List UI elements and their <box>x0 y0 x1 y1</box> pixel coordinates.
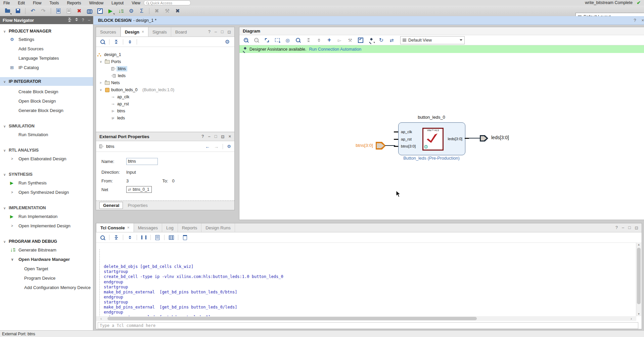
menu-item[interactable]: View <box>132 1 140 5</box>
tab-design[interactable]: Design × <box>121 27 148 37</box>
zoom-to-selection-icon[interactable] <box>273 37 281 44</box>
open-project-icon[interactable] <box>3 7 11 15</box>
scroll-down-icon[interactable]: ▼ <box>636 313 641 316</box>
nav-item-open-hardware-manager[interactable]: ∨ Open Hardware Manager <box>0 256 93 263</box>
pin-icon[interactable] <box>367 37 375 44</box>
scroll-right-icon[interactable]: › <box>626 317 636 321</box>
nav-item-language-templates[interactable]: Language Templates <box>0 54 93 62</box>
report-sigma-icon[interactable]: Σ <box>138 7 146 15</box>
expand-all-icon[interactable] <box>126 39 134 45</box>
nav-item-open-elaborated-design[interactable]: > Open Elaborated Design <box>0 155 93 162</box>
float-icon[interactable]: ⊡ <box>635 225 638 230</box>
diagram-canvas[interactable]: button_leds_0 ap_clk ap_rst btns[3:0] le… <box>239 53 644 220</box>
validate-design-icon[interactable] <box>357 37 364 44</box>
nav-item-run-implementation[interactable]: ▶ Run Implementation <box>0 213 93 220</box>
menu-item[interactable]: Tools <box>49 1 59 5</box>
nav-item-open-synthesized-design[interactable]: > Open Synthesized Design <box>0 188 93 196</box>
tab-reports[interactable]: Reports <box>178 223 202 232</box>
close-icon[interactable]: × <box>229 134 231 139</box>
menu-item[interactable]: Edit <box>18 1 25 5</box>
validate-icon[interactable] <box>96 7 104 15</box>
wire-btns[interactable] <box>385 145 395 146</box>
search-icon[interactable] <box>99 39 106 45</box>
net-chip[interactable]: ⇄ btns_0_1 <box>126 186 152 193</box>
nav-section-simulation[interactable]: ∨ SIMULATION <box>0 122 93 130</box>
minimize-icon[interactable]: – <box>622 225 624 230</box>
menu-item[interactable]: Reports <box>67 1 81 5</box>
nav-item-open-implemented-design[interactable]: > Open Implemented Design <box>0 222 93 229</box>
float-icon[interactable]: ⊡ <box>221 134 224 139</box>
float-icon[interactable]: ⊡ <box>228 30 231 35</box>
external-input-port-connector[interactable] <box>376 142 386 150</box>
help-icon[interactable]: ? <box>634 18 636 23</box>
zoom-in-icon[interactable]: + <box>242 37 250 44</box>
tab-properties[interactable]: Properties <box>128 203 147 208</box>
block-pin-btns[interactable]: btns[3:0] <box>401 144 416 148</box>
collapse-all-icon[interactable] <box>112 39 120 45</box>
menu-item[interactable]: File <box>3 1 10 5</box>
nav-section-synthesis[interactable]: ∨ SYNTHESIS <box>0 171 93 178</box>
nav-item-create-block-design[interactable]: Create Block Design <box>0 88 93 95</box>
pause-output-icon[interactable] <box>140 234 147 241</box>
collapse-all-icon[interactable] <box>112 234 120 241</box>
scrollbar-thumb[interactable] <box>637 248 641 304</box>
nav-item-generate-block-design[interactable]: Generate Block Design <box>0 107 93 114</box>
nav-section-rtl-analysis[interactable]: ∨ RTL ANALYSIS <box>0 147 93 154</box>
external-output-port-connector[interactable] <box>480 135 488 142</box>
forward-arrow-icon[interactable]: → <box>214 144 219 149</box>
expand-all-icon[interactable] <box>126 234 134 241</box>
external-input-port-label[interactable]: btns[3:0] <box>350 143 373 148</box>
help-icon[interactable]: ? <box>208 30 211 35</box>
generate-bitstream-icon[interactable]: ↓0110 <box>117 7 125 15</box>
menu-item[interactable]: Window <box>89 1 103 5</box>
tree-row-cell-button-leds[interactable]: ∨ button_leds_0 (Button_leds:1.0) <box>96 87 234 93</box>
minimize-icon[interactable]: – <box>88 18 90 22</box>
tree-row-pin-ap-clk[interactable]: ⊸ ap_clk <box>96 94 234 100</box>
nav-item-add-sources[interactable]: Add Sources <box>0 45 93 52</box>
search-icon[interactable] <box>294 37 302 44</box>
tree-row-ports-folder[interactable]: ∨ Ports <box>96 58 234 65</box>
paste-icon[interactable] <box>65 7 73 15</box>
nav-item-settings[interactable]: ⚙ Settings <box>0 36 93 43</box>
nav-section-implementation[interactable]: ∨ IMPLEMENTATION <box>0 204 93 212</box>
tab-general[interactable]: General <box>99 202 123 209</box>
copy-icon[interactable] <box>54 7 62 15</box>
undo-icon[interactable]: ↶ <box>29 7 37 15</box>
search-icon[interactable] <box>99 234 106 241</box>
block-pin-ap-clk[interactable]: ap_clk <box>401 130 412 134</box>
tree-row-pin-leds[interactable]: ⊯ leds <box>96 115 234 121</box>
console-horizontal-scrollbar[interactable]: ‹ › <box>96 316 636 321</box>
interface-connections-icon[interactable]: ⇄ <box>388 37 396 44</box>
tree-row-port-btns[interactable]: btns <box>96 65 234 72</box>
menu-item[interactable]: Flow <box>33 1 41 5</box>
close-icon[interactable]: × <box>127 225 130 230</box>
clear-console-trash-icon[interactable] <box>181 234 189 241</box>
maximize-icon[interactable]: □ <box>215 134 217 139</box>
queue-icon[interactable] <box>168 234 175 241</box>
settings-gear-icon[interactable]: ⚙ <box>227 144 231 149</box>
settings-gear-icon[interactable]: ⚙ <box>224 39 231 45</box>
regenerate-layout-icon[interactable]: ↻ <box>377 37 385 44</box>
settings-gear-icon[interactable]: ⚙ <box>127 7 135 15</box>
close-icon[interactable]: × <box>641 18 644 23</box>
tab-messages[interactable]: Messages <box>134 223 162 232</box>
maximize-icon[interactable]: □ <box>221 30 224 35</box>
nav-section-ip-integrator[interactable]: ∨ IP INTEGRATOR <box>0 77 93 86</box>
scroll-up-icon[interactable]: ▲ <box>636 243 641 246</box>
nav-item-generate-bitstream[interactable]: ↓0110 Generate Bitstream <box>0 246 93 254</box>
name-input[interactable] <box>126 158 158 165</box>
tree-row-port-leds[interactable]: leds <box>96 72 234 79</box>
console-vertical-scrollbar[interactable]: ▲ ▼ <box>636 242 641 316</box>
tree-row-pin-btns[interactable]: ⊫ btns <box>96 108 234 114</box>
help-icon[interactable]: ? <box>201 134 204 139</box>
zoom-fit-icon[interactable] <box>263 37 271 44</box>
tree-row-design-root[interactable]: design_1 <box>96 51 234 58</box>
scrollbar-thumb[interactable] <box>107 317 477 320</box>
collapse-all-icon[interactable] <box>68 18 71 22</box>
nav-item-add-configuration-memory-device[interactable]: Add Configuration Memory Device <box>0 284 93 291</box>
block-pin-ap-rst[interactable]: ap_rst <box>401 137 412 141</box>
tab-signals[interactable]: Signals <box>148 27 171 37</box>
nav-item-open-block-design[interactable]: Open Block Design <box>0 97 93 105</box>
run-connection-automation-link[interactable]: Run Connection Automation <box>309 47 362 52</box>
console-output[interactable]: delete_bd_objs [get_bd_cells clk_wiz]sta… <box>96 242 642 316</box>
